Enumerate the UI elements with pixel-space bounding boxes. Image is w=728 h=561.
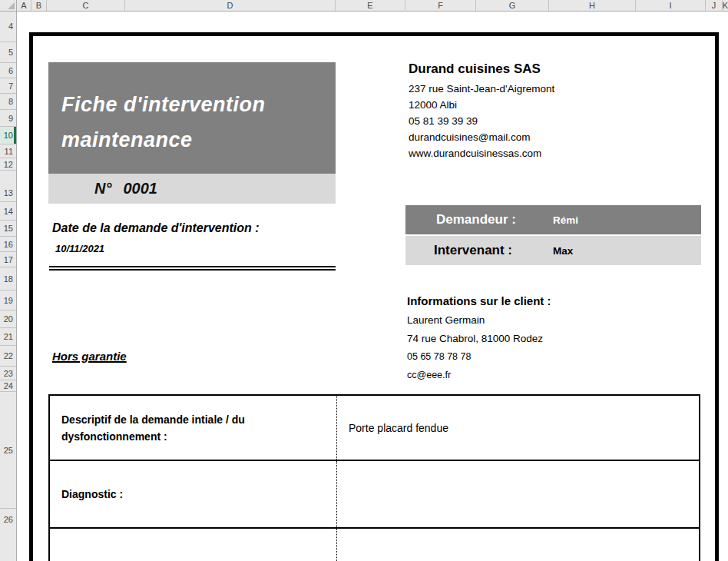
request-date-label[interactable]: Date de la demande d'intervention : (52, 221, 260, 235)
row-header-16[interactable]: 16 (0, 237, 16, 252)
row-header-15[interactable]: 15 (0, 221, 16, 237)
demandeur-value: Rémi (553, 214, 578, 226)
form-title-line1: Fiche d'intervention (61, 87, 336, 122)
row-header-4[interactable]: 4 (0, 11, 16, 42)
row-header-strip: 4 5 6 7 8 9 10 11 12 13 14 15 16 17 18 1… (0, 12, 17, 561)
row-header-8[interactable]: 8 (0, 94, 16, 110)
column-header-h[interactable]: H (549, 0, 636, 11)
table-row-descriptif: Descriptif de la demande intiale / du dy… (50, 396, 699, 461)
row-header-24[interactable]: 24 (0, 380, 16, 392)
row3-value-cell[interactable] (337, 529, 699, 561)
form-number-cell[interactable]: N° 0001 (48, 174, 336, 204)
people-table: Demandeur : Rémi Intervenant : Max (405, 205, 701, 265)
form-title-line2: maintenance (61, 122, 336, 158)
column-header-strip: A B C D E F G H I J K (0, 0, 728, 12)
row3-label-cell[interactable] (50, 529, 337, 561)
column-header-d[interactable]: D (125, 0, 336, 11)
company-website: www.durandcuisinessas.com (409, 145, 662, 161)
row-header-21[interactable]: 21 (0, 328, 16, 346)
diagnostic-label: Diagnostic : (61, 486, 123, 503)
column-header-b[interactable]: B (31, 0, 47, 11)
intervenant-row[interactable]: Intervenant : Max (405, 236, 701, 265)
form-number-label: N° (94, 180, 111, 198)
row-header-7[interactable]: 7 (0, 78, 16, 94)
column-header-j[interactable]: J (706, 0, 723, 11)
diagnostic-label-cell[interactable]: Diagnostic : (50, 461, 337, 527)
column-header-k[interactable]: K (723, 0, 728, 11)
excel-window: A B C D E F G H I J K 4 5 6 7 8 9 10 11 … (0, 0, 728, 561)
column-header-e[interactable]: E (336, 0, 405, 11)
row-header-23[interactable]: 23 (0, 367, 16, 380)
client-email: cc@eee.fr (407, 370, 660, 380)
row-header-20[interactable]: 20 (0, 310, 16, 328)
double-rule-divider (49, 266, 336, 271)
company-address-line1: 237 rue Saint-Jean-d'Aigremont (409, 81, 662, 97)
company-info-block[interactable]: Durand cuisines SAS 237 rue Saint-Jean-d… (409, 61, 662, 161)
client-phone: 05 65 78 78 78 (407, 351, 660, 362)
row-header-11[interactable]: 11 (0, 144, 16, 158)
company-name: Durand cuisines SAS (409, 61, 662, 77)
row-header-5[interactable]: 5 (0, 42, 16, 63)
selected-row-accent-bar (14, 127, 16, 144)
column-header-c[interactable]: C (47, 0, 125, 11)
company-email: durandcuisines@mail.com (409, 129, 662, 145)
table-row-diagnostic: Diagnostic : (50, 461, 699, 529)
client-address: 74 rue Chabrol, 81000 Rodez (407, 333, 660, 344)
descriptif-value: Porte placard fendue (349, 422, 448, 434)
warranty-status[interactable]: Hors garantie (52, 350, 127, 363)
row-header-17[interactable]: 17 (0, 252, 16, 267)
row-header-10-label: 10 (4, 131, 13, 140)
intervenant-value: Max (553, 245, 573, 257)
demandeur-row[interactable]: Demandeur : Rémi (405, 205, 701, 234)
table-row-3 (50, 529, 699, 561)
row-header-25[interactable]: 25 (0, 392, 16, 509)
client-name: Laurent Germain (407, 314, 660, 326)
row-header-18[interactable]: 18 (0, 267, 16, 290)
column-header-f[interactable]: F (405, 0, 476, 11)
form-title-cell[interactable]: Fiche d'intervention maintenance (48, 62, 336, 174)
row-header-22[interactable]: 22 (0, 346, 16, 367)
column-header-g[interactable]: G (476, 0, 549, 11)
company-phone: 05 81 39 39 39 (409, 113, 662, 129)
diagnostic-value-cell[interactable] (337, 461, 699, 527)
select-all-button[interactable] (0, 0, 17, 11)
intervenant-label: Intervenant : (434, 243, 512, 258)
client-info-block[interactable]: Informations sur le client : Laurent Ger… (407, 294, 660, 388)
descriptif-value-cell[interactable]: Porte placard fendue (337, 396, 699, 460)
request-date-value[interactable]: 10/11/2021 (55, 243, 104, 254)
row-header-9[interactable]: 9 (0, 110, 16, 127)
row-header-6[interactable]: 6 (0, 63, 16, 78)
demandeur-label: Demandeur : (436, 212, 516, 227)
descriptif-label: Descriptif de la demande intiale / du dy… (61, 411, 301, 445)
row-header-19[interactable]: 19 (0, 290, 16, 310)
row-header-13[interactable]: 13 (0, 171, 16, 202)
row-header-26[interactable]: 26 (0, 509, 16, 561)
client-heading: Informations sur le client : (407, 294, 660, 307)
descriptif-label-cell[interactable]: Descriptif de la demande intiale / du dy… (50, 396, 337, 460)
row-header-12[interactable]: 12 (0, 158, 16, 171)
column-header-a[interactable]: A (17, 0, 31, 11)
row-header-14[interactable]: 14 (0, 202, 16, 221)
intervention-table: Descriptif de la demande intiale / du dy… (48, 394, 700, 561)
company-address-line2: 12000 Albi (409, 97, 662, 113)
corner-triangle-icon (8, 2, 15, 9)
form-number-value: 0001 (123, 180, 157, 198)
row-header-10[interactable]: 10 (0, 127, 16, 144)
column-header-i[interactable]: I (636, 0, 706, 11)
